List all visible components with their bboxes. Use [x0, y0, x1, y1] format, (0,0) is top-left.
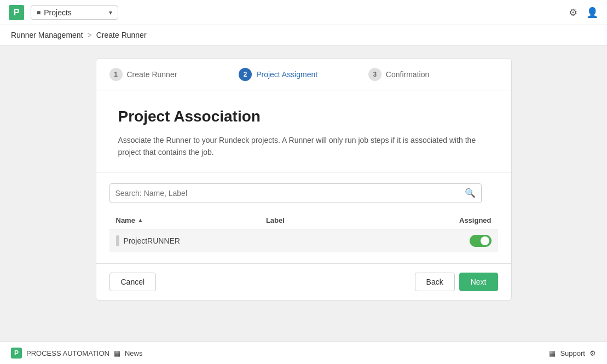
- wizard-title: Project Association: [118, 108, 489, 125]
- top-nav-left: P ■ Projects ▾: [9, 5, 118, 20]
- col-header-label: Label: [266, 216, 416, 224]
- bottom-logo: P: [11, 348, 22, 359]
- search-row: 🔍: [109, 183, 498, 203]
- search-button[interactable]: 🔍: [465, 188, 476, 198]
- table-row: ProjectRUNNER: [109, 229, 498, 252]
- col-header-assigned: Assigned: [416, 216, 491, 224]
- top-nav-right: ⚙ 👤: [569, 7, 598, 19]
- assigned-toggle[interactable]: [470, 235, 492, 247]
- breadcrumb-separator: >: [88, 31, 92, 39]
- step-number-2: 2: [239, 68, 252, 81]
- toggle-slider: [470, 235, 492, 247]
- step-label-3: Confirmation: [386, 70, 429, 79]
- sort-arrow-icon: ▲: [137, 217, 143, 223]
- step-item-3: 3 Confirmation: [368, 68, 498, 81]
- wizard-body: Project Association Associate the Runner…: [96, 90, 511, 172]
- row-assigned-cell: [418, 235, 491, 247]
- row-indicator: [116, 235, 119, 246]
- table-header: Name ▲ Label Assigned: [109, 212, 498, 229]
- projects-box-icon: ■: [37, 9, 41, 16]
- cancel-button[interactable]: Cancel: [109, 273, 157, 291]
- bottom-settings-icon[interactable]: ⚙: [589, 349, 596, 357]
- bottom-bar: P PROCESS AUTOMATION ▦ News ▦ Support ⚙: [0, 342, 607, 364]
- step-item-1: 1 Create Runner: [109, 68, 239, 81]
- table-area: 🔍 Name ▲ Label Assigned ProjectRUNNER: [96, 172, 511, 264]
- support-icon: ▦: [549, 349, 556, 357]
- wizard-card: 1 Create Runner 2 Project Assigment 3 Co…: [96, 59, 512, 301]
- logo-icon: P: [9, 5, 24, 20]
- top-nav: P ■ Projects ▾ ⚙ 👤: [0, 0, 607, 25]
- main-content: 1 Create Runner 2 Project Assigment 3 Co…: [0, 45, 607, 342]
- project-selector[interactable]: ■ Projects ▾: [31, 5, 118, 20]
- step-indicator: 1 Create Runner 2 Project Assigment 3 Co…: [96, 59, 511, 90]
- step-number-1: 1: [109, 68, 123, 81]
- btn-group-right: Back Next: [415, 273, 498, 291]
- breadcrumb-current: Create Runner: [96, 31, 147, 39]
- user-icon[interactable]: 👤: [586, 7, 598, 19]
- chevron-down-icon: ▾: [109, 9, 112, 16]
- support-label[interactable]: Support: [560, 349, 585, 357]
- col-header-name: Name ▲: [116, 216, 266, 224]
- step-label-1: Create Runner: [127, 70, 177, 79]
- breadcrumb: Runner Management > Create Runner: [0, 25, 607, 45]
- next-button[interactable]: Next: [459, 273, 498, 291]
- back-button[interactable]: Back: [415, 273, 455, 291]
- search-input-wrapper[interactable]: 🔍: [109, 183, 482, 203]
- breadcrumb-parent[interactable]: Runner Management: [11, 31, 83, 39]
- bottom-right: ▦ Support ⚙: [549, 349, 596, 357]
- wizard-footer: Cancel Back Next: [96, 264, 511, 300]
- step-label-2: Project Assigment: [256, 70, 317, 79]
- project-selector-left: ■ Projects: [37, 8, 72, 17]
- bottom-left: P PROCESS AUTOMATION ▦ News: [11, 348, 142, 359]
- gear-icon[interactable]: ⚙: [569, 7, 577, 19]
- wizard-description: Associate the Runner to your Rundeck pro…: [118, 134, 489, 159]
- project-selector-label: Projects: [44, 8, 72, 17]
- step-number-3: 3: [368, 68, 381, 81]
- step-item-2: 2 Project Assigment: [239, 68, 368, 81]
- news-icon: ▦: [114, 349, 120, 357]
- app-name: PROCESS AUTOMATION: [26, 349, 109, 357]
- search-input[interactable]: [115, 189, 465, 198]
- news-label[interactable]: News: [125, 349, 143, 357]
- row-name: ProjectRUNNER: [124, 236, 271, 245]
